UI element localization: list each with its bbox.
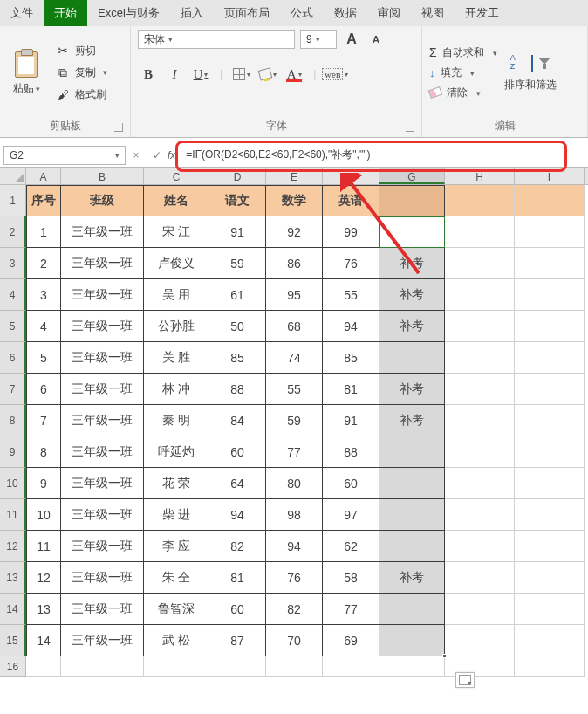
column-header[interactable]: H xyxy=(445,168,515,184)
column-header[interactable]: D xyxy=(209,168,266,184)
cell[interactable] xyxy=(61,656,144,677)
cell[interactable]: 补考 xyxy=(379,374,445,405)
cell[interactable] xyxy=(445,279,515,311)
cell[interactable]: 柴 进 xyxy=(144,499,209,531)
cell[interactable] xyxy=(515,374,585,405)
cell[interactable]: 74 xyxy=(266,342,323,374)
grid[interactable]: 1序号班级姓名语文数学英语21三年级一班宋 江91929932三年级一班卢俊义5… xyxy=(0,185,588,677)
cell[interactable] xyxy=(379,625,445,656)
column-header[interactable]: B xyxy=(61,168,144,184)
cell[interactable]: 77 xyxy=(266,436,323,468)
cell[interactable]: 60 xyxy=(209,436,266,468)
row-header[interactable]: 10 xyxy=(0,468,26,499)
cell[interactable]: 6 xyxy=(26,374,61,405)
cell[interactable]: 补考 xyxy=(379,279,445,311)
cell[interactable] xyxy=(379,594,445,625)
cell[interactable] xyxy=(515,216,585,248)
cell[interactable]: 12 xyxy=(26,562,61,594)
cell[interactable]: 秦 明 xyxy=(144,405,209,436)
increase-font-button[interactable]: A xyxy=(342,30,361,49)
cell[interactable]: 84 xyxy=(209,405,266,436)
cell[interactable] xyxy=(379,468,445,499)
cell[interactable]: 卢俊义 xyxy=(144,248,209,279)
cell[interactable]: 61 xyxy=(209,279,266,311)
header-cell[interactable]: 序号 xyxy=(26,185,61,216)
cell[interactable] xyxy=(445,342,515,374)
cell[interactable]: 80 xyxy=(266,468,323,499)
cell[interactable]: 14 xyxy=(26,625,61,656)
header-cell[interactable]: 英语 xyxy=(323,185,379,216)
cell[interactable] xyxy=(379,499,445,531)
cell[interactable] xyxy=(515,625,585,656)
underline-button[interactable]: U xyxy=(190,65,211,84)
cell[interactable]: 88 xyxy=(209,374,266,405)
cell[interactable]: 55 xyxy=(323,279,379,311)
header-cell[interactable]: 语文 xyxy=(209,185,266,216)
paste-button[interactable]: 粘贴 xyxy=(7,50,45,96)
cancel-formula-icon[interactable]: × xyxy=(126,149,147,161)
row-header[interactable]: 8 xyxy=(0,405,26,436)
row-header[interactable]: 5 xyxy=(0,311,26,342)
cell[interactable] xyxy=(515,656,585,677)
cell[interactable]: 三年级一班 xyxy=(61,562,144,594)
cell[interactable]: 87 xyxy=(209,625,266,656)
cell[interactable] xyxy=(445,216,515,248)
fill-color-button[interactable] xyxy=(257,65,278,84)
cell[interactable]: 85 xyxy=(209,342,266,374)
cell[interactable]: 三年级一班 xyxy=(61,216,144,248)
cell[interactable] xyxy=(209,656,266,677)
cell[interactable]: 10 xyxy=(26,499,61,531)
cell[interactable] xyxy=(515,342,585,374)
header-cell[interactable] xyxy=(379,185,445,216)
cell[interactable]: 补考 xyxy=(379,311,445,342)
row-header[interactable]: 15 xyxy=(0,625,26,656)
cell[interactable]: 三年级一班 xyxy=(61,279,144,311)
sort-filter-button[interactable]: 排序和筛选 xyxy=(504,53,557,93)
cell[interactable] xyxy=(515,311,585,342)
cell[interactable]: 97 xyxy=(323,499,379,531)
cell[interactable]: 吴 用 xyxy=(144,279,209,311)
cell[interactable]: 82 xyxy=(266,594,323,625)
font-launcher[interactable] xyxy=(406,123,414,132)
column-header[interactable]: A xyxy=(26,168,61,184)
header-cell[interactable]: 数学 xyxy=(266,185,323,216)
fx-icon[interactable]: fx xyxy=(168,149,175,161)
column-header[interactable]: E xyxy=(266,168,323,184)
cell[interactable] xyxy=(515,468,585,499)
cell[interactable]: 60 xyxy=(323,468,379,499)
cell[interactable]: 94 xyxy=(209,499,266,531)
ribbon-tab[interactable]: 数据 xyxy=(324,0,367,26)
cell[interactable]: 94 xyxy=(266,531,323,562)
cell[interactable] xyxy=(26,656,61,677)
cell[interactable]: 补考 xyxy=(379,405,445,436)
cell[interactable]: 三年级一班 xyxy=(61,342,144,374)
cell[interactable]: 69 xyxy=(323,625,379,656)
cell[interactable]: 三年级一班 xyxy=(61,311,144,342)
borders-button[interactable] xyxy=(231,65,252,84)
cell[interactable]: 86 xyxy=(266,248,323,279)
cell[interactable]: 76 xyxy=(266,562,323,594)
cell[interactable] xyxy=(445,562,515,594)
ribbon-tab[interactable]: 开发工 xyxy=(455,0,509,26)
column-header[interactable]: G xyxy=(379,168,445,184)
cell[interactable]: 91 xyxy=(323,405,379,436)
row-header[interactable]: 9 xyxy=(0,436,26,468)
header-cell[interactable] xyxy=(445,185,515,216)
cell[interactable] xyxy=(144,656,209,677)
cell[interactable]: 76 xyxy=(323,248,379,279)
cell[interactable] xyxy=(515,594,585,625)
cell[interactable]: 三年级一班 xyxy=(61,405,144,436)
cell[interactable]: 三年级一班 xyxy=(61,625,144,656)
header-cell[interactable]: 姓名 xyxy=(144,185,209,216)
ribbon-tab[interactable]: 视图 xyxy=(411,0,455,26)
format-painter-button[interactable]: 格式刷 xyxy=(52,86,111,103)
ribbon-tab[interactable]: 开始 xyxy=(44,0,87,26)
cell[interactable]: 13 xyxy=(26,594,61,625)
row-header[interactable]: 1 xyxy=(0,185,26,216)
cell[interactable]: 11 xyxy=(26,531,61,562)
cell[interactable] xyxy=(515,531,585,562)
ribbon-tab[interactable]: 文件 xyxy=(0,0,44,26)
cell[interactable]: 李 应 xyxy=(144,531,209,562)
cell[interactable] xyxy=(379,656,445,677)
cell[interactable]: 95 xyxy=(266,279,323,311)
